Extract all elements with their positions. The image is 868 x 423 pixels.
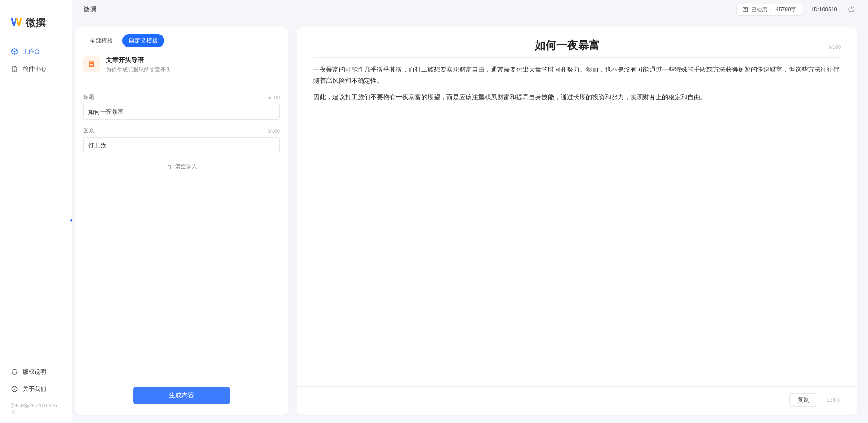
right-panel: 如何一夜暴富 6/100 一夜暴富的可能性几乎微乎其微，而打工族想要实现财富自由… xyxy=(297,27,857,415)
text-icon xyxy=(742,6,748,13)
sidebar-bottom: 版权说明 关于我们 鄂ICP备2022016946号 xyxy=(0,363,72,416)
audience-counter: 3/100 xyxy=(267,128,280,134)
svg-rect-3 xyxy=(90,63,93,63)
audience-label: 受众 xyxy=(83,127,94,135)
output-char-count: 156字 xyxy=(826,396,841,404)
output-title: 如何一夜暴富 xyxy=(313,38,821,53)
template-header: 文章开头导语 为你生成抓眼球的文章开头 xyxy=(75,50,288,78)
sidebar-item-label: 工作台 xyxy=(23,48,40,56)
logo: W 微撰 xyxy=(0,7,72,43)
tab-custom-templates[interactable]: 自定义模板 xyxy=(122,34,164,47)
title-input[interactable] xyxy=(83,104,280,120)
power-icon xyxy=(847,5,855,13)
usage-pill[interactable]: 已使用： 45799字 xyxy=(736,4,802,16)
sidebar-item-copyright[interactable]: 版权说明 xyxy=(0,363,72,380)
sidebar-item-workbench[interactable]: 工作台 xyxy=(0,43,72,60)
generate-button[interactable]: 生成内容 xyxy=(133,387,230,404)
copy-button[interactable]: 复制 xyxy=(789,393,818,407)
output-body: 一夜暴富的可能性几乎微乎其微，而打工族想要实现财富自由，通常需要付出大量的时间和… xyxy=(313,58,841,108)
tab-all-templates[interactable]: 全部模板 xyxy=(83,34,120,47)
output-paragraph: 因此，建议打工族们不要抱有一夜暴富的期望，而是应该注重积累财富和提高自身技能，通… xyxy=(313,91,841,103)
clear-button[interactable]: 清空录入 xyxy=(83,153,280,174)
generate-wrap: 生成内容 xyxy=(75,380,288,415)
logout-button[interactable] xyxy=(847,5,855,14)
output-title-counter: 6/100 xyxy=(828,44,841,50)
template-desc: 为你生成抓眼球的文章开头 xyxy=(106,66,171,74)
template-tabs: 全部模板 自定义模板 xyxy=(75,27,288,50)
cube-icon xyxy=(11,48,18,55)
sidebar: W 微撰 工作台 稿件中心 版权说明 关于我们 鄂ICP备2022016946号 xyxy=(0,0,72,423)
chevron-left-icon xyxy=(68,216,74,225)
output: 如何一夜暴富 6/100 一夜暴富的可能性几乎微乎其微，而打工族想要实现财富自由… xyxy=(297,27,857,386)
output-header: 如何一夜暴富 6/100 xyxy=(313,38,841,58)
field-audience: 受众 3/100 xyxy=(83,127,280,153)
svg-rect-5 xyxy=(90,66,92,66)
document-icon xyxy=(11,65,18,72)
title-counter: 6/100 xyxy=(267,95,280,100)
title-label: 标题 xyxy=(83,93,94,101)
main: 微撰 已使用： 45799字 ID:100519 全部模板 自定义模板 xyxy=(72,0,868,423)
sidebar-item-about[interactable]: 关于我们 xyxy=(0,380,72,398)
sidebar-item-label: 稿件中心 xyxy=(23,65,46,73)
svg-rect-4 xyxy=(90,64,93,65)
brand-name: 微撰 xyxy=(26,16,46,29)
collapse-handle[interactable] xyxy=(68,216,74,226)
nav: 工作台 稿件中心 xyxy=(0,43,72,363)
template-icon xyxy=(83,56,100,72)
usage-prefix: 已使用： xyxy=(751,6,773,14)
content-row: 全部模板 自定义模板 文章开头导语 为你生成抓眼球的文章开头 标题 6/100 xyxy=(72,19,868,423)
sidebar-item-label: 关于我们 xyxy=(23,385,46,393)
logo-mark-icon: W xyxy=(11,15,22,29)
template-title: 文章开头导语 xyxy=(106,56,171,64)
form: 标题 6/100 受众 3/100 清空录入 xyxy=(75,82,288,174)
spacer xyxy=(75,174,288,380)
icp-footer: 鄂ICP备2022016946号 xyxy=(0,398,72,416)
page-title: 微撰 xyxy=(83,5,736,14)
trash-icon xyxy=(166,164,173,170)
file-text-icon xyxy=(87,60,96,69)
topbar: 微撰 已使用： 45799字 ID:100519 xyxy=(72,0,868,19)
spacer xyxy=(313,108,841,387)
output-paragraph: 一夜暴富的可能性几乎微乎其微，而打工族想要实现财富自由，通常需要付出大量的时间和… xyxy=(313,64,841,86)
sidebar-item-drafts[interactable]: 稿件中心 xyxy=(0,60,72,77)
shield-icon xyxy=(11,368,18,375)
clear-label: 清空录入 xyxy=(175,163,197,171)
usage-count: 45799字 xyxy=(776,6,796,14)
user-id: ID:100519 xyxy=(812,6,837,13)
audience-input[interactable] xyxy=(83,137,280,153)
field-title: 标题 6/100 xyxy=(83,93,280,120)
sidebar-item-label: 版权说明 xyxy=(23,368,46,376)
output-footer: 复制 156字 xyxy=(297,386,857,415)
info-icon xyxy=(11,385,18,393)
template-meta: 文章开头导语 为你生成抓眼球的文章开头 xyxy=(106,56,171,74)
left-panel: 全部模板 自定义模板 文章开头导语 为你生成抓眼球的文章开头 标题 6/100 xyxy=(75,27,288,415)
